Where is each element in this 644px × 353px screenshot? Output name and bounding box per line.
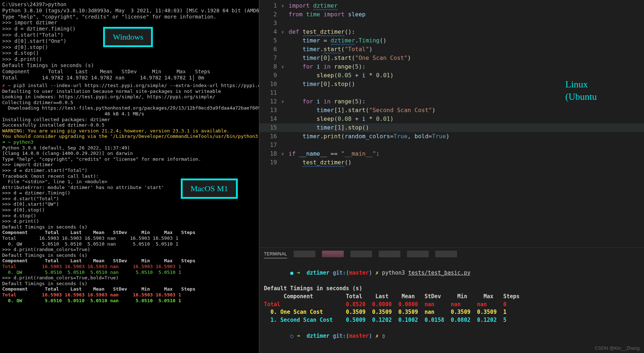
table-row: 0. QW 5.0510 5.0510 5.0510 nan 5.0510 5.… [2, 241, 257, 247]
terminal-line: >>> import dztimer [2, 162, 257, 168]
terminal-line: WARNING: You are using pip version 21.2.… [2, 128, 257, 134]
terminal-line: Type "help", "copyright", "credits" or "… [2, 156, 257, 162]
table-header: Component Total Last Mean StDev Min Max … [2, 69, 257, 75]
code-line[interactable]: 14 sleep(0.08 + i * 0.01) [260, 115, 644, 123]
terminal-line: >>> d = dztimer.start("Total") [2, 168, 257, 173]
table-row: 1. Second Scan Cost 0.5009 0.1202 0.1002… [264, 316, 640, 324]
table-header: Component Total Last Mean StDev Min Max … [264, 293, 640, 301]
table-row: Total 0.8520 0.0000 0.0000 nan nan nan 0 [264, 301, 640, 309]
linux-badge: Linux (Ubuntu [565, 78, 597, 103]
terminal-line: >>> d.print() [2, 218, 257, 224]
code-line[interactable]: 8∨ for i in range(5): [260, 62, 644, 71]
terminal-line: Python 3.8.10 (tags/v3.8.10:3d8993a, May… [2, 8, 257, 14]
tab-blurred[interactable] [379, 251, 400, 257]
tab-blurred[interactable] [407, 251, 429, 257]
terminal-line: 46 kB 4.1 MB/s [2, 111, 257, 117]
terminal-line: Installing collected packages: dztimer [2, 117, 257, 123]
table-row: Total 16.5903 16.5903 16.5903 nan 16.590… [2, 264, 257, 270]
terminal-line: >>> d.stop() [2, 213, 257, 219]
tab-blurred[interactable] [350, 251, 372, 257]
table-header: Component Total Last Mean StDev Min Max … [2, 258, 257, 264]
tab-blurred[interactable] [322, 251, 344, 257]
terminal-line: >>> d.print() [2, 56, 257, 62]
code-line[interactable]: 5 timer = dztimer.Timing() [260, 36, 644, 45]
terminal-line: Looking in indexes: https://test.pypi.or… [2, 94, 257, 100]
code-line[interactable]: 13 timer[1].start("Second Scan Cost") [260, 106, 644, 115]
table-row: Total 16.5903 16.5903 16.5903 nan 16.590… [2, 292, 257, 298]
terminal-line: ✗ ~ pip3 install --index-url https://tes… [2, 83, 257, 89]
terminal-line: Collecting dztimer==0.0.5 [2, 100, 257, 106]
code-line[interactable]: 6 timer.start("Total") [260, 45, 644, 54]
code-line[interactable]: 18∨if __name__ == "__main__": [260, 149, 644, 158]
terminal-line: ● ➜ dztimer git:(master) ✗ python3 tests… [264, 261, 640, 285]
terminal-line: Successfully installed dztimer-0.0.5 [2, 122, 257, 128]
terminal-line: You should consider upgrading via the '/… [2, 134, 257, 139]
terminal-line: Python 3.9.6 (default, Sep 26 2022, 11:3… [2, 145, 257, 151]
table-row: 0. QW 5.0510 5.0510 5.0510 nan 5.0510 5.… [2, 298, 257, 304]
macos-badge: MacOS M1 [181, 178, 238, 199]
table-row: Total 14.9782 14.9782 14.9782 nan 14.978… [2, 75, 257, 81]
windows-badge: Windows [103, 27, 153, 47]
code-line[interactable]: 2from time import sleep [260, 10, 644, 19]
watermark: CSDN @Kin__Zhang [595, 345, 640, 351]
terminal-line: >>> d.stop() [2, 50, 257, 56]
windows-terminal[interactable]: Windows C:\Users\24397>python Python 3.8… [0, 0, 259, 81]
tab-blurred[interactable] [435, 251, 457, 257]
terminal-line: >>> d.print(random_colors=True,bold=True… [2, 275, 257, 281]
code-line[interactable]: 17 [260, 141, 644, 149]
code-line[interactable]: 7 timer[0].start("One Scan Cost") [260, 54, 644, 62]
table-header: Component Total Last Mean StDev Min Max … [2, 286, 257, 292]
terminal-line: >>> d[0].stop() [2, 207, 257, 213]
code-line[interactable]: 4∨def test_dztimer(): [260, 28, 644, 36]
terminal-line: >>> import dztimer [2, 20, 257, 26]
table-row: Total 16.5903 16.5903 16.5903 nan 16.590… [2, 235, 257, 241]
table-row: 0. One Scan Cost 0.3509 0.3509 0.3509 na… [264, 308, 640, 316]
terminal-line: Downloading https://test-files.pythonhos… [2, 105, 257, 111]
code-line[interactable]: 1∨import dztimer [260, 1, 644, 10]
terminal-line: Traceback (most recent call last): [2, 173, 257, 179]
tab-terminal[interactable]: TERMINAL [264, 250, 287, 258]
terminal-line: Default Timings in seconds (s) [2, 224, 257, 230]
macos-terminal[interactable]: MacOS M1 ✗ ~ pip3 install --index-url ht… [0, 81, 259, 353]
code-line[interactable]: 16 timer.print(random_colors=True, bold=… [260, 132, 644, 141]
terminal-line: [Clang 14.0.0 (clang-1400.0.29.202)] on … [2, 151, 257, 156]
terminal-line: Defaulting to user installation because … [2, 89, 257, 94]
code-line[interactable]: 19 test_dztimer() [260, 158, 644, 167]
terminal-line: ○ ➜ dztimer git:(master) ✗ ▯ [264, 324, 640, 348]
tab-blurred[interactable] [294, 251, 315, 257]
terminal-line: C:\Users\24397>python [2, 1, 257, 8]
code-line[interactable]: 15 timer[1].stop() [260, 123, 644, 132]
terminal-line: Default Timings in seconds (s) [2, 253, 257, 258]
terminal-line: Default Timings in seconds (s) [2, 281, 257, 287]
terminal-line: >>> d.print(random_colors=True) [2, 247, 257, 253]
table-header: Component Total Last Mean StDev Min Max … [2, 230, 257, 235]
code-line[interactable]: 3 [260, 19, 644, 28]
code-editor[interactable]: Linux (Ubuntu 1∨import dztimer2from time… [260, 0, 644, 247]
terminal-line: Default Timings in seconds (s) [2, 62, 257, 69]
terminal-line: Type "help", "copyright", "credits" or "… [2, 14, 257, 20]
table-row: 0. QW 5.0510 5.0510 5.0510 nan 5.0510 5.… [2, 270, 257, 275]
terminal-line: ➜ ~ python3 [2, 139, 257, 145]
terminal-tab-bar[interactable]: TERMINAL [260, 247, 644, 258]
terminal-line: >>> d[0].start("QW") [2, 201, 257, 207]
terminal-line: Default Timings in seconds (s) [264, 285, 640, 293]
linux-terminal[interactable]: ● ➜ dztimer git:(master) ✗ python3 tests… [260, 258, 644, 353]
